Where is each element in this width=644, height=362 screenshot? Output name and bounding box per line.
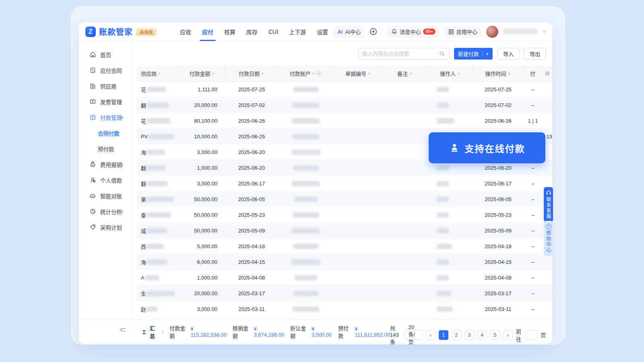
payment-date: 2025-04-08 [225, 270, 278, 285]
nav-receivable[interactable]: 应收 [180, 23, 191, 41]
message-center-button[interactable]: 消息中心 99+ [387, 26, 440, 38]
operation-time: 2025-07-25 [473, 82, 523, 97]
table-header: 供应商▲▼ 付款金额▲▼ 付款日期▲▼ 付款账户▲▼ 单据编号▲▼ 备注▲▼ 操… [137, 66, 552, 82]
extra-value: – [523, 176, 543, 191]
nav-cui[interactable]: CUI [268, 23, 278, 41]
help-center-button[interactable]: 帮助中心 [544, 221, 553, 256]
sidebar-label: 付款管理 [100, 113, 122, 121]
goto-page-input[interactable] [525, 330, 537, 340]
table-row[interactable]: 第 50,000.00 2025-06-05 2025-06-05 – [137, 191, 552, 207]
payment-amount: 20,000.00 [179, 97, 225, 113]
search-icon[interactable] [439, 51, 445, 57]
nav-updown-stream[interactable]: 上下游 [289, 23, 306, 41]
sidebar-item-invoice[interactable]: 发票管理 [79, 94, 132, 109]
page-button-1[interactable]: 1 [439, 330, 448, 340]
sidebar-item-prepayment[interactable]: 预付款 [79, 141, 132, 156]
ai-center-button[interactable]: AI中心 [333, 26, 365, 38]
sidebar-item-expense[interactable]: 费用报销 [79, 156, 132, 172]
redacted-supplier [147, 150, 165, 155]
col-amount[interactable]: 付款金额▲▼ [179, 66, 225, 81]
payment-date: 2025-07-02 [225, 97, 278, 113]
sort-icon[interactable]: ▲▼ [261, 72, 264, 75]
sort-icon[interactable]: ▲▼ [312, 72, 315, 75]
redacted-operator [437, 228, 449, 233]
table-row[interactable]: 翻 20,000.00 2025-07-02 2025-07-02 – [137, 97, 552, 113]
new-payment-button[interactable]: 新建付款 ∨ [454, 48, 493, 60]
table-row[interactable]: A 1,000.00 2025-04-08 2025-04-08 – [137, 270, 552, 286]
nav-payable[interactable]: 应付 [202, 23, 213, 41]
chevron-right-icon [120, 162, 124, 167]
nav-accounting[interactable]: 核算 [224, 23, 235, 41]
page-button-4[interactable]: 4 [477, 330, 487, 340]
table-row[interactable]: 翻 3,000.00 2025-06-17 2025-06-17 – [137, 176, 552, 191]
search-input[interactable] [362, 51, 437, 57]
gear-icon[interactable] [545, 70, 550, 77]
operation-time: 2025-04-08 [473, 270, 523, 285]
summary-label: 预付款 [338, 324, 351, 339]
sidebar-item-contract-payment[interactable]: 合同付款 [79, 125, 132, 141]
col-operator[interactable]: 操作人▲▼ [427, 66, 473, 81]
sidebar-item-payable-contract[interactable]: 应付合同 [79, 62, 132, 78]
sort-icon[interactable]: ▲▼ [368, 72, 371, 75]
sort-icon[interactable]: ▲▼ [212, 72, 215, 75]
sort-icon[interactable]: ▲▼ [508, 72, 511, 75]
sidebar-item-personal-loan[interactable]: 个人借款 [79, 172, 132, 188]
add-icon[interactable] [369, 28, 377, 35]
next-page-button[interactable] [503, 330, 513, 340]
page-unit-label: 页 [541, 331, 546, 339]
sort-icon[interactable]: ▲▼ [457, 72, 460, 75]
export-button[interactable]: 导出 [524, 48, 546, 60]
table-row[interactable]: 泰 50,000.00 2025-05-23 2025-05-23 – [137, 207, 552, 223]
filter-icon[interactable] [316, 71, 322, 76]
table-row[interactable]: 咸 50,000.00 2025-05-09 2025-05-09 – [137, 223, 552, 239]
table-row[interactable]: 赵 3,000.00 2025-03-11 2025-03-11 – [137, 301, 552, 317]
col-date[interactable]: 付款日期▲▼ [225, 66, 278, 81]
payment-date: 2025-06-17 [225, 176, 278, 191]
sidebar-label: 应付合同 [100, 66, 122, 74]
payment-date: 2025-03-11 [225, 301, 278, 317]
redacted-account [292, 118, 320, 123]
nav-inventory[interactable]: 库存 [246, 23, 258, 41]
redacted-account [292, 228, 320, 233]
page-button-2[interactable]: 2 [452, 330, 461, 340]
summary-value: ¥ 111,611,852.00 [355, 326, 390, 338]
page-button-3[interactable]: 3 [464, 330, 474, 340]
redacted-operator [437, 275, 449, 280]
supplier-name: 生 [141, 290, 146, 297]
redacted-account [293, 212, 319, 218]
page-size-select[interactable]: 20条/页 [405, 330, 423, 340]
sidebar-label: 个人借款 [100, 176, 122, 184]
col-supplier[interactable]: 供应商▲▼ [137, 66, 179, 81]
prev-page-button[interactable] [426, 330, 436, 340]
avatar[interactable] [486, 26, 498, 38]
col-operation-time[interactable]: 操作时间▲▼ [473, 66, 523, 81]
sidebar-item-smart-reconcile[interactable]: 智能对账 [79, 188, 132, 204]
col-truncated[interactable]: 付 [523, 66, 543, 81]
sidebar-item-home[interactable]: 首页 [79, 47, 132, 62]
table-row[interactable]: 花 80,100.00 2025-06-26 2025-06-26 1 | 1 [137, 113, 552, 129]
table-row[interactable]: 海 6,000.00 2025-04-15 2025-04-15 – [137, 254, 552, 270]
sidebar-item-statistics[interactable]: 统计分析 [79, 204, 132, 219]
table-row[interactable]: 花 1,111.00 2025-07-25 2025-07-25 – [137, 82, 552, 97]
sidebar-item-supplier[interactable]: 供应商 [79, 78, 132, 94]
table-row[interactable]: 西 5,000.00 2025-04-18 2025-04-18 – [137, 239, 552, 254]
sidebar-item-payment-management[interactable]: 付款管理 [79, 109, 132, 125]
col-note[interactable]: 备注▲▼ [382, 66, 427, 81]
sidebar-item-purchase-plan[interactable]: 采购计划 [79, 219, 132, 235]
nav-settings[interactable]: 设置 [317, 23, 328, 41]
sort-icon[interactable]: ▲▼ [158, 72, 161, 75]
collapse-summary-icon[interactable] [119, 327, 126, 332]
import-button[interactable]: 导入 [497, 48, 519, 60]
online-payment-banner[interactable]: 支持在线付款 [429, 132, 545, 163]
page-button-5[interactable]: 5 [490, 330, 500, 340]
contact-service-button[interactable]: 联系客服 [544, 187, 553, 222]
supplier-name: 翻 [141, 101, 146, 109]
chevron-down-icon[interactable] [543, 29, 546, 34]
sigma-icon [142, 329, 146, 335]
app-center-button[interactable]: 应用中心 [444, 26, 481, 38]
summary-value: ¥ 3,674,186.00 [254, 326, 284, 338]
table-row[interactable]: 生 20,000.00 2025-03-17 2025-03-17 – [137, 286, 552, 301]
col-doc-number[interactable]: 单据编号▲▼ [334, 66, 382, 81]
col-account[interactable]: 付款账户▲▼ [278, 66, 334, 81]
sort-icon[interactable]: ▲▼ [409, 72, 412, 75]
